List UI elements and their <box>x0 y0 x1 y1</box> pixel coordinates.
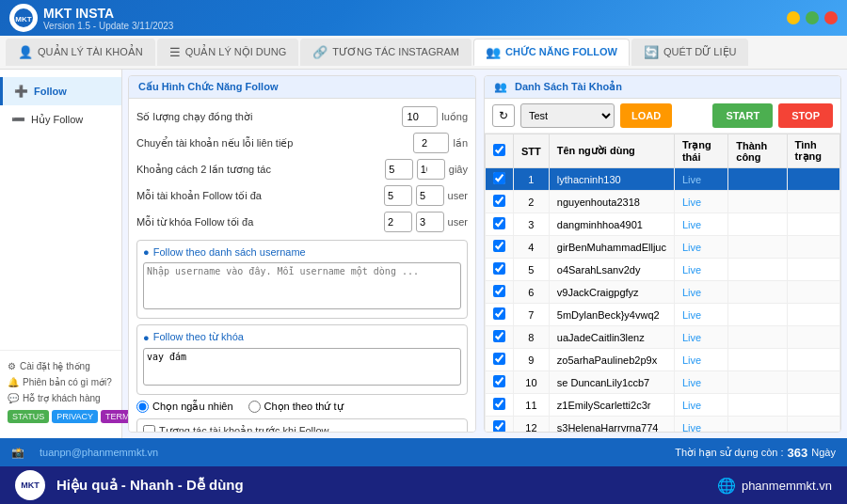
table-row[interactable]: 5o4SarahLsanv2dyLive <box>486 259 840 281</box>
table-row[interactable]: 8uaJadeCaitlin3lenzLive <box>486 326 840 349</box>
username-textarea[interactable] <box>143 262 461 309</box>
keyword-max-label: Mỗi từ khóa Follow tối đa <box>136 216 380 228</box>
support-link[interactable]: 💬 Hỗ trợ khách hàng <box>8 390 114 406</box>
keyword-max-input1[interactable] <box>384 212 412 232</box>
close-button[interactable] <box>824 11 838 24</box>
status-tag[interactable]: STATUS <box>8 410 49 423</box>
row-status: Live <box>674 236 727 259</box>
tab-tuong-tac-instagram[interactable]: 🔗 TƯƠNG TÁC INSTAGRAM <box>300 39 471 66</box>
table-row[interactable]: 12s3HelenaHarryrna774Live <box>486 417 840 433</box>
stop-button[interactable]: STOP <box>778 103 833 128</box>
sidebar-item-follow[interactable]: ➕ Follow <box>0 77 121 105</box>
row-status: Live <box>674 394 727 417</box>
refresh-button[interactable]: ↻ <box>492 104 515 127</box>
radio-order[interactable]: Chọn theo thứ tự <box>248 401 344 413</box>
row-username: v9JackCraigpgfyz <box>549 281 674 304</box>
table-row[interactable]: 4girBenMuhammadElljucLive <box>486 236 840 259</box>
row-checkbox[interactable] <box>493 398 505 410</box>
header-status: Trạng thái <box>674 134 727 168</box>
header-stt: STT <box>514 134 550 168</box>
table-row[interactable]: 9zo5arhaPaulineb2p9xLive <box>486 349 840 371</box>
luong-input[interactable] <box>402 106 438 127</box>
table-row[interactable]: 10se DuncanLily1ccb7Live <box>486 371 840 394</box>
row-status: Live <box>674 259 727 281</box>
row-checkbox[interactable] <box>493 172 505 184</box>
row-checkbox[interactable] <box>493 353 505 365</box>
whats-new-link[interactable]: 🔔 Phiên bản có gì mới? <box>8 374 114 390</box>
row-status: Live <box>674 213 727 236</box>
settings-link[interactable]: ⚙ Cài đặt hệ thống <box>8 358 114 374</box>
loi-label: Chuyển tài khoản nếu lỗi liên tiếp <box>136 137 409 150</box>
follow-max-unit: user <box>448 190 468 201</box>
account-select[interactable]: Test <box>520 103 615 128</box>
table-row[interactable]: 6v9JackCraigpgfyzLive <box>486 281 840 304</box>
follow-max-input2[interactable] <box>416 185 444 206</box>
table-row[interactable]: 1lythacninh130Live <box>486 168 840 191</box>
row-stt: 10 <box>514 371 550 394</box>
ig-handle: tuanpn@phanmemmkt.vn <box>40 447 158 458</box>
tab-quet-du-lieu[interactable]: 🔄 QUÉT DỮ LIỆU <box>631 39 749 66</box>
privacy-tag[interactable]: PRIVACY <box>52 410 98 423</box>
account-icon: 👤 <box>18 45 33 59</box>
table-row[interactable]: 75mDylanBeck}y4vwq2Live <box>486 304 840 326</box>
row-checkbox[interactable] <box>493 285 505 297</box>
keyword-max-input2[interactable] <box>416 212 444 232</box>
row-state <box>787 191 839 213</box>
row-checkbox-cell <box>486 213 514 236</box>
row-success <box>728 281 787 304</box>
tab-quan-ly-noi-dung[interactable]: ☰ QUẢN LÝ NỘI DUNG <box>157 39 298 66</box>
follow-username-title[interactable]: ● Follow theo danh sách username <box>143 246 461 258</box>
tab-quan-ly-tai-khoan[interactable]: 👤 QUẢN LÝ TÀI KHOẢN <box>6 39 155 66</box>
row-stt: 1 <box>514 168 550 191</box>
radio-random[interactable]: Chọn ngẫu nhiên <box>136 401 233 413</box>
sidebar-item-huy-follow[interactable]: ➖ Hủy Follow <box>0 105 121 134</box>
follow-max-label: Mỗi tài khoản Follow tối đa <box>136 190 380 202</box>
row-stt: 9 <box>514 349 550 371</box>
row-checkbox-cell <box>486 259 514 281</box>
row-checkbox[interactable] <box>493 262 505 275</box>
table-header-row: STT Tên người dùng Trạng thái Thành công… <box>486 134 840 168</box>
row-stt: 8 <box>514 326 550 349</box>
row-checkbox[interactable] <box>493 240 505 252</box>
row-checkbox[interactable] <box>493 217 505 229</box>
follow-max-input1[interactable] <box>384 185 412 206</box>
row-success <box>728 326 787 349</box>
settings-icon: ⚙ <box>8 361 16 371</box>
account-toolbar: ↻ Test LOAD START STOP <box>485 99 840 134</box>
row-checkbox[interactable] <box>493 420 505 432</box>
table-row[interactable]: 11z1EmilyScarletti2c3rLive <box>486 394 840 417</box>
row-username: o4SarahLsanv2dy <box>549 259 674 281</box>
row-state <box>787 371 839 394</box>
row-checkbox[interactable] <box>493 195 505 207</box>
row-checkbox[interactable] <box>493 307 505 320</box>
row-checkbox-cell <box>486 394 514 417</box>
khoang-cach-input1[interactable] <box>385 159 413 180</box>
table-row[interactable]: 2nguyenhouta2318Live <box>486 191 840 213</box>
footer-logo: MKT <box>15 470 45 500</box>
row-state <box>787 259 839 281</box>
row-username: zo5arhaPaulineb2p9x <box>549 349 674 371</box>
maximize-button[interactable] <box>806 11 819 24</box>
row-username: dangminhhoa4901 <box>549 213 674 236</box>
loi-input[interactable] <box>413 133 449 153</box>
keyword-textarea[interactable]: vay đám <box>143 348 461 386</box>
start-button[interactable]: START <box>712 103 773 128</box>
interaction-checkbox[interactable] <box>143 425 155 433</box>
loi-unit: lần <box>453 137 468 150</box>
row-checkbox-cell <box>486 281 514 304</box>
minimize-button[interactable] <box>787 11 800 24</box>
row-checkbox[interactable] <box>493 330 505 342</box>
ig-icon: 📸 <box>11 447 24 459</box>
days-unit: Ngày <box>811 447 836 458</box>
tab-chuc-nang-follow[interactable]: 👥 CHỨC NĂNG FOLLOW <box>473 39 630 66</box>
interact-icon: 🔗 <box>312 45 328 59</box>
row-state <box>787 281 839 304</box>
follow-keyword-title[interactable]: ● Follow theo từ khóa <box>143 331 461 343</box>
row-checkbox[interactable] <box>493 375 505 387</box>
khoang-cach-input2[interactable] <box>417 159 445 180</box>
table-row[interactable]: 3dangminhhoa4901Live <box>486 213 840 236</box>
row-status: Live <box>674 326 727 349</box>
select-all-checkbox[interactable] <box>493 144 505 156</box>
account-table: STT Tên người dùng Trạng thái Thành công… <box>485 134 840 432</box>
load-button[interactable]: LOAD <box>620 103 672 128</box>
